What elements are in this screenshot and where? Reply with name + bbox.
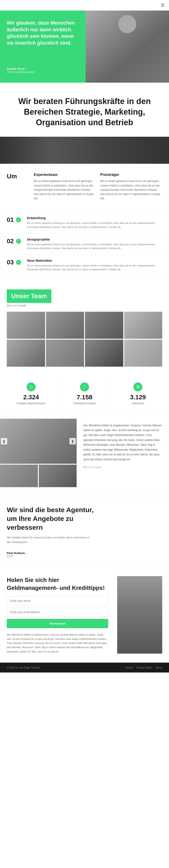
team-section: Unser Team Bild von Freepik [0,285,169,373]
agency-author-name: Paul Hudson, [7,551,162,555]
service-icon-1: ✓ [16,217,21,222]
team-photo-5 [7,340,45,367]
hamburger-icon[interactable]: ☰ [161,3,165,8]
hero-author: Sunnie Ferry CEO und Mitbegründer [7,60,79,74]
newsletter-left: Holen Sie sich hier Geldmanagement- und … [7,576,108,654]
newsletter-submit-button[interactable]: Abonnieren [7,619,108,628]
agency-section: Wir sind die beste Agentur, um Ihre Ange… [0,496,169,567]
hero-image [86,10,169,83]
newsletter-name-input[interactable] [7,596,108,606]
service-icon-3: ✓ [16,260,21,265]
footer: © 2024 by One Page Themes Imprint Privac… [0,662,169,673]
gallery-next-button[interactable]: ❯ [69,438,76,444]
about-card-2: Preisträger Bis zu einem gewissen Grad i… [100,173,162,201]
newsletter-photo [117,576,162,654]
team-title: Unser Team [11,292,47,300]
gallery-photos: ❮ ❯ [0,419,77,487]
about-card-1: Expertenteam Bis zu einem gewissen Grad … [34,173,96,201]
stat-item-1: ◇ 2.324 Projekte abgeschlossen [4,382,58,405]
service-number-wrap-3: 03 ✓ [7,259,23,266]
stat-number-2: 7.158 [62,394,107,401]
team-subtitle: Bild von Freepik [7,304,51,307]
stat-label-3: Arbeitszeit [116,402,160,405]
stat-label-2: Zufriedene Kunden [62,402,107,405]
service-number-2: 02 [7,238,14,245]
about-card-1-text: Bis zu einem gewissen Grad ist es uns ge… [34,179,96,201]
header: ☰ [0,0,169,10]
gallery-prev-button[interactable]: ❮ [1,438,7,444]
agency-title: Wir sind die beste Agentur, um Ihre Ange… [7,505,97,532]
team-section-header: Unser Team Bild von Freepik [7,289,162,307]
about-card-2-text: Bis zu einem gewissen Grad ist es uns ge… [100,179,162,201]
gallery-text: Der öffentliche Artikel ist angekommen. … [83,423,162,462]
team-title-area: Unser Team Bild von Freepik [7,289,51,307]
team-photo-2 [46,312,84,339]
footer-links: Imprint Privacy Policy Terms [125,666,162,669]
about-cards: Expertenteam Bis zu einem gewissen Grad … [34,173,162,201]
newsletter-form: Abonnieren [7,596,108,628]
about-label: Um [7,173,25,201]
main-headline: Wir beraten Führungskräfte in den Bereic… [9,96,160,128]
hero-section: Wir glauben, dass Menschen äußerlich nur… [0,10,169,83]
gallery-thumb-2 [39,465,77,487]
team-photo-1 [7,312,45,339]
hero-author-name: Sunnie Ferry [7,67,79,70]
newsletter-desc: Der öffentliche Artikel ist angekommen. … [7,633,108,654]
gallery-thumb-1 [0,465,38,487]
hero-photo [86,10,169,83]
services-section: 01 ✓ Entwicklung Bis zu einem gewissen G… [0,210,169,285]
stat-icon-1: ◇ [27,382,36,392]
service-number-wrap-2: 02 ✓ [7,238,23,245]
service-content-2: Designprojekte Bis zu einem gewissen Gra… [27,238,162,250]
service-item-2: 02 ✓ Designprojekte Bis zu einem gewisse… [7,234,162,255]
service-desc-1: Bis zu einem gewissen Grad ist es uns ge… [27,221,162,229]
team-photo-6 [46,340,84,367]
newsletter-title: Holen Sie sich hier Geldmanagement- und … [7,576,108,592]
team-photo-7 [85,340,123,367]
hero-author-title: CEO und Mitbegründer [7,70,79,74]
stat-item-2: ♡ 7.158 Zufriedene Kunden [58,382,111,405]
stat-item-3: ✿ 3.129 Arbeitszeit [111,382,165,405]
team-title-box: Unser Team [7,289,51,303]
gallery-photo-main: ❮ ❯ [0,419,77,464]
agency-author-title: CEO [7,555,162,558]
service-desc-2: Bis zu einem gewissen Grad ist es uns ge… [27,243,162,250]
banner-image [0,137,169,164]
footer-link-2[interactable]: Privacy Policy [137,666,152,669]
about-card-2-title: Preisträger [100,173,162,177]
service-content-1: Entwicklung Bis zu einem gewissen Grad i… [27,216,162,229]
service-desc-3: Bis zu einem gewissen Grad ist es uns ge… [27,264,162,272]
gallery-thumbnails [0,465,77,487]
about-card-1-title: Expertenteam [34,173,96,177]
stat-number-1: 2.324 [9,394,53,401]
newsletter-section: Holen Sie sich hier Geldmanagement- und … [0,567,169,663]
gallery-section: ❮ ❯ Der öffentliche Artikel ist angekomm… [0,414,169,496]
gallery-caption: Bild von Freepik [83,466,162,468]
hero-left: Wir glauben, dass Menschen äußerlich nur… [0,10,86,83]
service-content-3: Neue Materialien Bis zu einem gewissen G… [27,259,162,272]
service-number-3: 03 [7,259,14,266]
team-banner [0,137,169,164]
stat-icon-3: ✿ [133,382,142,392]
stat-label-1: Projekte abgeschlossen [9,402,53,405]
team-photo-8 [124,340,163,367]
service-number-wrap-1: 01 ✓ [7,216,23,223]
newsletter-email-input[interactable] [7,608,108,617]
team-photo-3 [85,312,123,339]
service-title-2: Designprojekte [27,238,162,241]
footer-link-1[interactable]: Imprint [125,666,133,669]
stat-icon-2: ♡ [80,382,89,392]
service-icon-2: ✓ [16,239,21,244]
gallery-text-area: Der öffentliche Artikel ist angekommen. … [77,419,169,487]
agency-desc: Wir arbeiten direkt für unsere Kunden un… [7,535,92,545]
team-grid [7,312,162,367]
footer-copyright: © 2024 by One Page Themes [7,666,40,669]
headline-section: Wir beraten Führungskräfte in den Bereic… [0,83,169,137]
service-item-3: 03 ✓ Neue Materialien Bis zu einem gewis… [7,255,162,276]
service-title-1: Entwicklung [27,216,162,220]
stats-section: ◇ 2.324 Projekte abgeschlossen ♡ 7.158 Z… [0,373,169,414]
hero-quote: Wir glauben, dass Menschen äußerlich nur… [7,20,79,46]
stat-number-3: 3.129 [116,394,160,401]
footer-link-3[interactable]: Terms [156,666,162,669]
team-photo-4 [124,312,163,339]
